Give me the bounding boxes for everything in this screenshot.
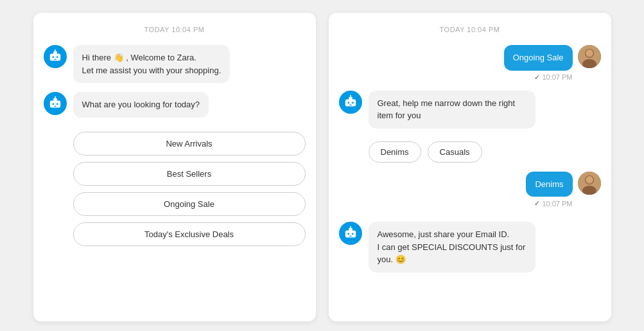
bot-awesome-bubble: Awesome, just share your Email ID.I can …: [369, 222, 535, 273]
bot-avatar-2: [44, 92, 67, 115]
bot-avatar-1: [44, 45, 67, 68]
user-bubble-2: Denims: [526, 172, 572, 197]
svg-rect-20: [349, 96, 352, 100]
user-message-block-1: Ongoing Sale ✓ 10:07 PM: [504, 45, 573, 82]
quick-replies-list: New Arrivals Best Sellers Ongoing Sale T…: [73, 132, 306, 246]
bot-awesome-row: Awesome, just share your Email ID.I can …: [339, 222, 601, 273]
bot-avatar-3: [339, 91, 362, 114]
user-bubble-1: Ongoing Sale: [504, 45, 573, 71]
svg-point-33: [347, 233, 349, 235]
svg-point-10: [56, 103, 58, 105]
option-casuals[interactable]: Casuals: [428, 141, 482, 163]
bot-greeting-bubble: Hi there 👋 , Welcome to Zara.Let me assi…: [73, 45, 231, 83]
svg-rect-23: [349, 104, 352, 105]
svg-point-2: [52, 57, 54, 58]
option-denims[interactable]: Denims: [369, 141, 421, 163]
quick-reply-best-sellers[interactable]: Best Sellers: [73, 162, 306, 186]
user-message-row-2: Denims ✓ 10:07 PM: [339, 172, 601, 208]
bot-question-row: What are you looking for today?: [44, 92, 306, 118]
user-avatar-2: [578, 172, 601, 195]
user-avatar-1: [578, 45, 601, 68]
svg-point-21: [347, 102, 349, 103]
bot-avatar-4: [339, 222, 362, 245]
svg-rect-8: [53, 98, 57, 102]
user-time-2: 10:07 PM: [542, 200, 572, 208]
user-tick-time-2: ✓ 10:07 PM: [534, 199, 572, 208]
svg-point-9: [52, 103, 54, 105]
chat-panel-2: TODAY 10:04 PM Ongoing Sale ✓ 10:07 PM: [329, 13, 611, 321]
svg-point-3: [56, 57, 58, 58]
user-time-1: 10:07 PM: [542, 73, 572, 81]
user-message-row-1: Ongoing Sale ✓ 10:07 PM: [339, 45, 601, 82]
svg-rect-32: [349, 228, 352, 231]
quick-reply-new-arrivals[interactable]: New Arrivals: [73, 132, 306, 156]
chat-panel-1: TODAY 10:04 PM Hi there 👋 , Welcome to Z…: [33, 13, 316, 321]
svg-rect-4: [54, 59, 57, 60]
options-row: Denims Casuals: [369, 141, 601, 163]
svg-point-22: [351, 102, 353, 103]
user-tick-time-1: ✓ 10:07 PM: [534, 73, 572, 82]
bot-question-bubble: What are you looking for today?: [73, 92, 209, 118]
quick-reply-exclusive-deals[interactable]: Today's Exclusive Deals: [73, 222, 306, 246]
svg-rect-11: [54, 106, 57, 107]
svg-rect-1: [53, 51, 57, 55]
timestamp-1: TODAY 10:04 PM: [44, 26, 306, 33]
quick-reply-ongoing-sale[interactable]: Ongoing Sale: [73, 192, 306, 216]
svg-point-34: [351, 233, 353, 235]
svg-rect-35: [349, 236, 352, 237]
timestamp-2: TODAY 10:04 PM: [339, 26, 601, 33]
check-icon-2: ✓: [534, 199, 540, 208]
user-message-block-2: Denims ✓ 10:07 PM: [526, 172, 572, 208]
bot-narrow-row: Great, help me narrow down the right ite…: [339, 91, 601, 129]
check-icon-1: ✓: [534, 73, 540, 82]
bot-greeting-row: Hi there 👋 , Welcome to Zara.Let me assi…: [44, 45, 306, 83]
svg-point-18: [586, 49, 593, 56]
bot-narrow-bubble: Great, help me narrow down the right ite…: [369, 91, 535, 129]
svg-point-30: [586, 176, 593, 183]
